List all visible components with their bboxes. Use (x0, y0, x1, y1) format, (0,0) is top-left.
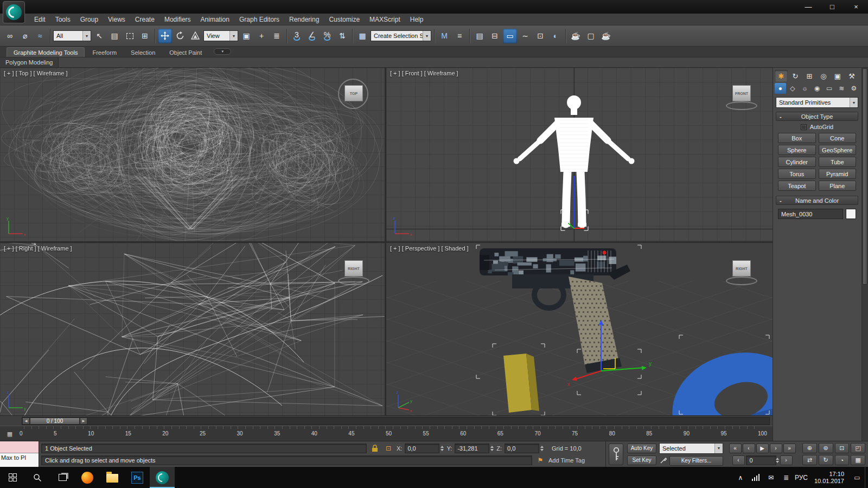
close-button[interactable]: × (844, 0, 868, 14)
zoom-region-icon[interactable]: ◰ (851, 443, 865, 453)
menu-help[interactable]: Help (405, 14, 429, 25)
selection-lock-icon[interactable] (369, 444, 380, 453)
menu-group[interactable]: Group (75, 14, 103, 25)
checkbox-icon[interactable] (801, 124, 807, 130)
named-selection-sets-icon[interactable]: ▦ (355, 29, 369, 43)
name-color-rollout-header[interactable]: - Name and Color (776, 196, 858, 205)
set-keys-button[interactable] (609, 444, 623, 465)
window-crossing-icon[interactable]: ⊞ (138, 29, 152, 43)
select-and-move-icon[interactable] (158, 29, 172, 43)
app-menu-button[interactable] (3, 1, 25, 23)
maximize-viewport-toggle-icon[interactable]: ▦ (851, 455, 865, 465)
angle-snap-icon[interactable]: ∠ (305, 29, 319, 43)
show-desktop-button[interactable] (865, 467, 868, 488)
menu-graph-editors[interactable]: Graph Editors (234, 14, 284, 25)
teapot-button[interactable]: Teapot (778, 181, 816, 191)
ribbon-subtab-polygon-modeling[interactable]: Polygon Modeling (0, 57, 59, 67)
selection-filter-dropdown[interactable]: All ▼ (53, 30, 91, 41)
plane-button[interactable]: Plane (819, 181, 857, 191)
ribbon-toggle-icon[interactable]: ▭ (503, 29, 517, 43)
z-spinner[interactable] (540, 446, 544, 451)
task-view-button[interactable] (50, 467, 75, 488)
viewport-front[interactable]: [ + ] [ Front ] [ Wireframe ] FRONT x z (386, 68, 773, 241)
x-spinner[interactable] (441, 446, 444, 451)
cone-button[interactable]: Cone (819, 133, 857, 143)
sphere-button[interactable]: Sphere (778, 145, 816, 155)
menu-animation[interactable]: Animation (196, 14, 234, 25)
viewport-perspective-label[interactable]: [ + ] [ Perspective ] [ Shaded ] (390, 245, 469, 252)
viewport-perspective-canvas[interactable] (386, 243, 773, 415)
minimize-button[interactable]: — (796, 0, 820, 14)
taskbar-photoshop[interactable]: Ps (125, 467, 150, 488)
scrollbar-thumb[interactable] (863, 68, 867, 285)
frame-spinner[interactable] (776, 458, 779, 463)
named-selection-dropdown[interactable]: Create Selection Se ▼ (371, 30, 431, 41)
systems-category-icon[interactable]: ⚙ (848, 83, 859, 94)
select-object-icon[interactable]: ↖ (92, 29, 106, 43)
action-center-icon[interactable]: ▭ (850, 467, 865, 488)
key-set-dropdown[interactable]: Selected ▼ (659, 443, 723, 454)
helpers-category-icon[interactable]: ▭ (824, 83, 835, 94)
set-key-button[interactable]: Set Key (627, 455, 656, 465)
menu-views[interactable]: Views (103, 14, 130, 25)
field-of-view-icon[interactable]: ◔ (835, 455, 850, 465)
viewcube[interactable]: RIGHT (338, 254, 369, 285)
align-icon[interactable]: ≡ (452, 29, 467, 43)
menu-rendering[interactable]: Rendering (284, 14, 324, 25)
pan-icon[interactable]: ⇄ (802, 455, 817, 465)
rendered-frame-window-icon[interactable]: ▢ (584, 29, 598, 43)
auto-key-button[interactable]: Auto Key (627, 444, 656, 453)
rollout-collapse-icon[interactable]: - (780, 197, 782, 204)
taskbar-search-button[interactable] (25, 467, 50, 488)
zoom-extents-icon[interactable]: ⊡ (835, 443, 850, 453)
listener-pane[interactable]: Max to Pl (0, 453, 39, 467)
tray-show-hidden-icons[interactable]: ∧ (733, 467, 748, 488)
orbit-icon[interactable]: ↻ (819, 455, 833, 465)
y-coordinate-field[interactable]: -31,281 (455, 444, 489, 453)
previous-key-button[interactable]: ‹ (732, 455, 745, 465)
cylinder-button[interactable]: Cylinder (778, 157, 816, 167)
scene-explorer-icon[interactable]: ⊟ (488, 29, 502, 43)
shapes-category-icon[interactable]: ◇ (787, 83, 799, 94)
viewcube-face[interactable]: RIGHT (732, 260, 751, 277)
time-forward-arrow[interactable]: ► (80, 418, 87, 425)
current-frame-field[interactable]: 0 (746, 455, 776, 465)
select-and-link-icon[interactable]: ∞ (3, 29, 17, 43)
viewcube-face[interactable]: RIGHT (344, 260, 363, 277)
ribbon-tab-graphite[interactable]: Graphite Modeling Tools (7, 47, 85, 57)
bind-to-spacewarp-icon[interactable]: ≈ (33, 29, 47, 43)
maxscript-mini-listener[interactable]: Max to Pl (0, 441, 39, 467)
key-filters-button[interactable]: Key Filters... (669, 456, 723, 466)
viewport-right[interactable]: [ + ] [ Right ] [ Wireframe ] RIGHT y z (0, 243, 385, 415)
viewport-top-label[interactable]: [ + ] [ Top ] [ Wireframe ] (4, 70, 67, 76)
menu-customize[interactable]: Customize (324, 14, 365, 25)
network-icon[interactable] (748, 467, 763, 488)
create-tab-icon[interactable]: ✱ (775, 70, 788, 82)
render-setup-icon[interactable]: ☕ (569, 29, 583, 43)
ribbon-tab-freeform[interactable]: Freeform (86, 48, 123, 57)
spinner-snap-icon[interactable]: ⇅ (335, 29, 349, 43)
absolute-offset-toggle-icon[interactable]: ⊡ (383, 444, 394, 453)
add-time-tag[interactable]: Add Time Tag (548, 457, 585, 464)
mirror-icon[interactable]: M (437, 29, 451, 43)
render-production-icon[interactable]: ☕ (599, 29, 613, 43)
viewcube[interactable]: TOP (338, 79, 369, 110)
new-key-settings-icon[interactable] (659, 457, 668, 465)
lights-category-icon[interactable]: ☼ (799, 83, 810, 94)
track-bar[interactable]: ▦ 0 5 10 15 20 25 30 35 40 45 50 55 60 6… (0, 426, 773, 441)
hierarchy-tab-icon[interactable]: ⊞ (803, 70, 816, 82)
menu-create[interactable]: Create (130, 14, 159, 25)
select-and-rotate-icon[interactable] (173, 29, 187, 43)
maximize-button[interactable]: □ (820, 0, 844, 14)
z-coordinate-field[interactable]: 0,0 (505, 444, 539, 453)
object-color-swatch[interactable] (846, 209, 856, 219)
ribbon-tab-object-paint[interactable]: Object Paint (163, 48, 208, 57)
macro-recorder-pane[interactable] (0, 441, 39, 453)
material-editor-icon[interactable]: ◐ (548, 29, 563, 43)
next-frame-button[interactable]: › (770, 444, 782, 453)
taskbar-clock[interactable]: 17:10 10.01.2017 (809, 467, 850, 488)
time-back-arrow[interactable]: ◄ (22, 418, 30, 425)
next-key-button[interactable]: › (780, 455, 793, 465)
geometry-category-icon[interactable]: ● (775, 83, 786, 94)
menu-edit[interactable]: Edit (29, 14, 50, 25)
